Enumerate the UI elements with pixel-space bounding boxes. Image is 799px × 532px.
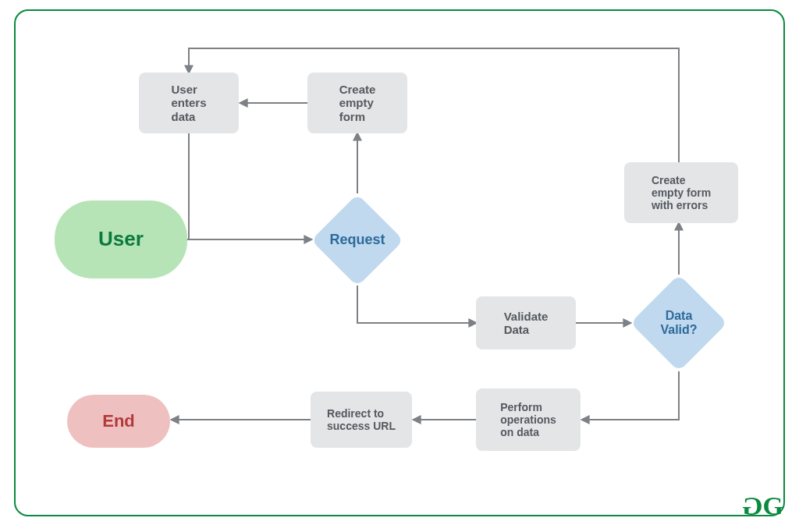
- process-label: Validate Data: [493, 310, 559, 337]
- decision-label: Request: [329, 232, 385, 248]
- process-user-enters-data: User enters data: [139, 73, 239, 133]
- brand-logo-icon: GG: [744, 491, 782, 521]
- start-node-user: User: [55, 200, 187, 278]
- process-label: Redirect to success URL: [316, 407, 407, 432]
- process-perform-operations: Perform operations on data: [476, 388, 581, 451]
- decision-request: Request: [311, 193, 404, 287]
- decision-data-valid: Data Valid?: [630, 275, 727, 371]
- end-label: End: [102, 411, 135, 431]
- process-label: Create empty form: [328, 83, 387, 123]
- process-label: Create empty form with errors: [641, 174, 722, 211]
- process-label: User enters data: [160, 83, 217, 123]
- decision-label: Data Valid?: [660, 309, 697, 336]
- start-label: User: [98, 228, 144, 251]
- process-redirect-success: Redirect to success URL: [311, 392, 412, 448]
- process-label: Perform operations on data: [489, 401, 567, 438]
- process-create-empty-form: Create empty form: [307, 73, 407, 133]
- process-validate-data: Validate Data: [476, 296, 576, 349]
- end-node: End: [67, 395, 170, 448]
- process-create-form-errors: Create empty form with errors: [624, 162, 738, 223]
